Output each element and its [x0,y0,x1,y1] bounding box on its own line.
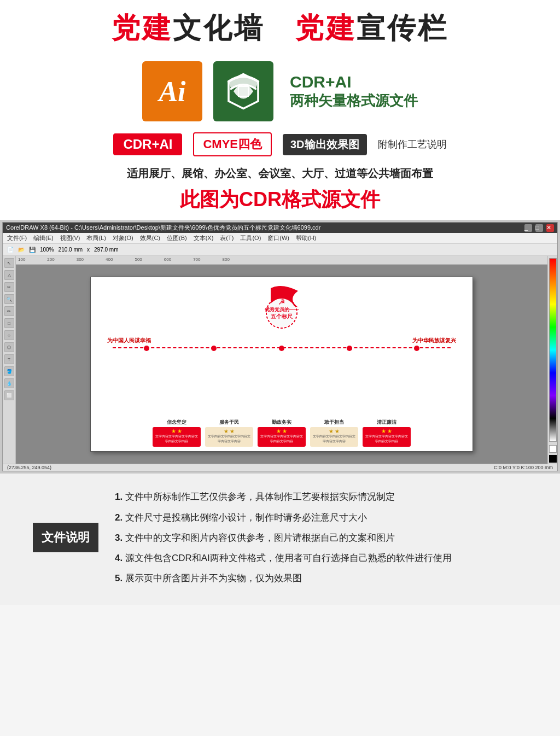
cdr-maximize-btn[interactable]: □ [535,224,543,232]
icons-text: CDR+AI 两种矢量格式源文件 [290,73,418,110]
menu-table[interactable]: 表(T) [220,234,234,242]
dot4 [347,346,352,351]
tool-eyedrop[interactable]: 💧 [4,378,14,388]
file-desc-label: 文件说明 [33,523,98,552]
menu-effects[interactable]: 效果(C) [140,234,160,242]
menu-file[interactable]: 文件(F) [7,234,27,242]
tool-outline[interactable]: ⬜ [4,390,14,400]
menu-object[interactable]: 对象(O) [113,234,133,242]
format-line2: 两种矢量格式源文件 [290,91,418,110]
dots-row [113,347,451,351]
cdr-icon [213,61,273,121]
title-red1: 党建 [112,12,173,44]
title-plain2: 宣传栏 [357,12,448,44]
cdr-toolbar[interactable]: 📄 📂 💾 100% 210.0 mm x 297.0 mm [3,244,557,256]
tool-pointer[interactable]: ↖ [4,258,14,268]
cdr-minimize-btn[interactable]: _ [524,224,532,232]
big-notice: 此图为CDR格式源文件 [0,183,560,220]
badge-3d: 3D输出效果图 [283,134,367,155]
file-desc-item-1: 文件中所标制作工艺仅供参考，具体制作工艺要根据实际情况制定 [115,487,527,507]
status-color: C:0 M:0 Y:0 K:100 200 mm [494,465,553,470]
file-desc-item-3: 文件中的文字和图片内容仅供参考，图片请根据自己的文案和图片 [115,528,527,548]
status-coords: (2736.255, 249.054) [7,465,51,470]
menu-layout[interactable]: 布局(L) [86,234,106,242]
info-text: 适用展厅、展馆、办公室、会议室、大厅、过道等公共墙面布置 [0,162,560,183]
card-1: 信念坚定 ★ ★ 文字内容文字内容文字内容文字内容文字内容 [153,419,201,447]
cdr-close-btn[interactable]: ✕ [546,224,554,232]
dot1 [144,346,149,351]
toolbar-save[interactable]: 💾 [29,247,36,253]
dot3 [279,346,284,351]
file-desc-list: 文件中所标制作工艺仅供参考，具体制作工艺要根据实际情况制定 文件尺寸是投稿比例缩… [115,487,527,588]
tool-freehand[interactable]: ✏ [4,306,14,316]
file-desc-item-5: 展示页中所含图片并不为实物，仅为效果图 [115,568,527,588]
tool-rect[interactable]: □ [4,318,14,328]
toolbar-x: x [87,247,90,253]
tool-polygon[interactable]: ⬡ [4,342,14,352]
ai-icon-label: Ai [159,75,185,108]
cards-row: 信念坚定 ★ ★ 文字内容文字内容文字内容文字内容文字内容 服务于民 [107,419,456,447]
card-5: 清正廉洁 ★ ★ 文字内容文字内容文字内容文字内容文字内容 [363,419,411,447]
toolbar-new[interactable]: 📄 [7,247,14,253]
ai-icon: Ai [142,61,202,121]
file-desc-item-2: 文件尺寸是投稿比例缩小设计，制作时请务必注意尺寸大小 [115,507,527,528]
cdr-window: CorelDRAW X8 (64-Bit) - C:\Users\Adminis… [2,222,558,471]
menu-help[interactable]: 帮助(H) [296,234,316,242]
cdr-right-panel[interactable] [547,256,557,464]
dot5 [414,346,419,351]
toolbar-size2: 297.0 mm [94,247,118,253]
tool-crop[interactable]: ✂ [4,282,14,292]
menu-edit[interactable]: 编辑(E) [33,234,54,242]
label-right: 为中华民族谋复兴 [412,335,456,344]
dot2 [211,346,217,351]
tool-ellipse[interactable]: ○ [4,330,14,340]
menu-window[interactable]: 窗口(W) [267,234,289,242]
file-desc-section: 文件说明 文件中所标制作工艺仅供参考，具体制作工艺要根据实际情况制定 文件尺寸是… [0,474,560,605]
party-design: 优秀党员的—— 五个标尺 ☭ 为中国人民谋幸福 [91,277,472,451]
badge-cmyk: CMYE四色 [193,132,272,156]
toolbar-size: 210.0 mm [59,247,83,253]
cdr-canvas-area[interactable]: 100200300400500600700800 [16,256,547,464]
card-4: 敢于担当 ★ ★ 文字内容文字内容文字内容文字内容文字内容 [310,419,358,447]
notice-text: 此图为CDR格式源文件 [180,188,380,211]
toolbar-open[interactable]: 📂 [18,247,25,253]
menu-bitmap[interactable]: 位图(B) [167,234,187,242]
badge-note: 附制作工艺说明 [378,138,447,151]
cdr-title-text: CorelDRAW X8 (64-Bit) - C:\Users\Adminis… [6,224,524,232]
party-center: 优秀党员的—— 五个标尺 ☭ [254,283,309,337]
file-desc-item-4: 源文件包含CDR和AI两种文件格式，使用者可自行选择自己熟悉的软件进行使用 [115,548,527,568]
cdr-menubar[interactable]: 文件(F) 编辑(E) 视图(V) 布局(L) 对象(O) 效果(C) 位图(B… [3,233,557,244]
toolbar-zoom: 100% [40,247,54,253]
card-2: 服务于民 ★ ★ 文字内容文字内容文字内容文字内容文字内容 [205,419,253,447]
tool-shape[interactable]: △ [4,270,14,280]
cdr-screenshot: CorelDRAW X8 (64-Bit) - C:\Users\Adminis… [0,220,560,474]
tool-zoom[interactable]: 🔍 [4,294,14,304]
badge-cdr-ai: CDR+AI [113,133,182,155]
cdr-page: 优秀党员的—— 五个标尺 ☭ 为中国人民谋幸福 [90,277,473,452]
cdr-canvas-inner: 优秀党员的—— 五个标尺 ☭ 为中国人民谋幸福 [16,265,547,464]
icons-row: Ai CDR+AI 两种矢量格式源文件 [0,50,560,127]
svg-text:☭: ☭ [278,297,285,306]
cdr-color-strip [549,258,557,442]
cdr-window-controls[interactable]: _ □ ✕ [524,224,554,232]
title-plain1: 文化墙 [173,12,265,44]
tool-fill[interactable]: 🪣 [4,366,14,376]
white-swatch[interactable] [549,445,557,453]
card-3: 勤政务实 ★ ★ 文字内容文字内容文字内容文字内容文字内容 [258,419,306,447]
cdr-body: ↖ △ ✂ 🔍 ✏ □ ○ ⬡ T 🪣 💧 ⬜ 1002003004005006… [3,256,557,464]
cdr-ruler-top: 100200300400500600700800 [16,256,547,265]
menu-tools[interactable]: 工具(O) [240,234,261,242]
cdr-statusbar: (2736.255, 249.054) C:0 M:0 Y:0 K:100 20… [3,464,557,471]
menu-text[interactable]: 文本(X) [194,234,214,242]
menu-view[interactable]: 视图(V) [60,234,80,242]
party-emblem-svg: 优秀党员的—— 五个标尺 ☭ [254,283,309,335]
black-swatch[interactable] [549,455,557,463]
svg-text:优秀党员的——: 优秀党员的—— [264,307,299,312]
svg-text:五个标尺: 五个标尺 [271,313,293,319]
cdr-left-panel[interactable]: ↖ △ ✂ 🔍 ✏ □ ○ ⬡ T 🪣 💧 ⬜ [3,256,16,464]
cdr-titlebar: CorelDRAW X8 (64-Bit) - C:\Users\Adminis… [3,223,557,233]
tool-text[interactable]: T [4,354,14,364]
badges-row: CDR+AI CMYE四色 3D输出效果图 附制作工艺说明 [0,127,560,162]
main-title: 党建文化墙 党建宣传栏 [22,11,538,45]
label-left: 为中国人民谋幸福 [107,335,151,344]
